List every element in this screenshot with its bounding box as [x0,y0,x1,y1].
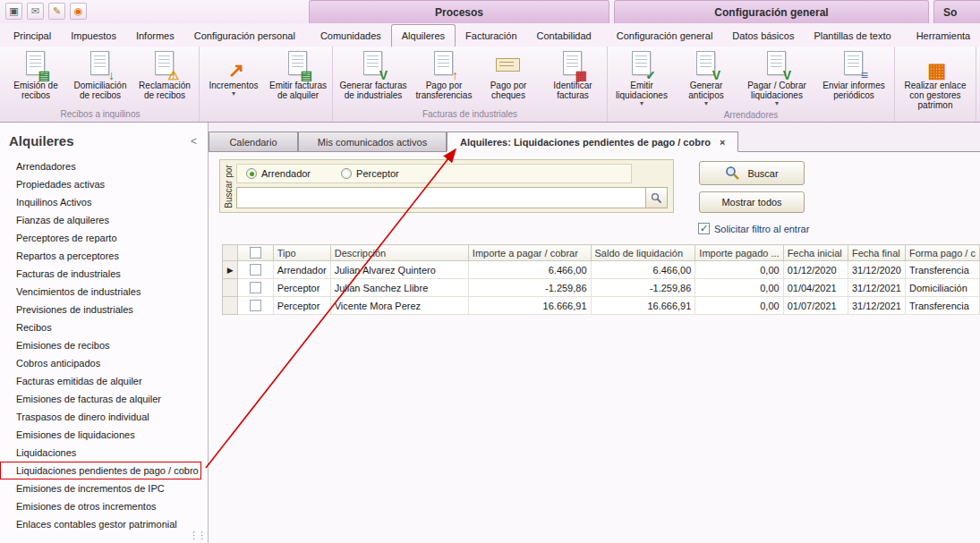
ribbon-button-incrementos[interactable]: ↗ Incrementos ▾ [201,48,266,108]
sidebar-item-traspasos-dinero-individual[interactable]: Traspasos de dinero individual [0,408,208,426]
ribbon-tab-configuracion-personal[interactable]: Configuración personal [184,25,305,47]
ribbon-button-realizar-enlace-gestores[interactable]: ▦ Realizar enlace con gestores patrimon [897,48,974,112]
ribbon-tab-herramientas[interactable]: Herramienta [907,25,980,47]
sidebar-item-recibos[interactable]: Recibos [0,318,208,336]
sidebar-item-fianzas-alquileres[interactable]: Fianzas de alquileres [0,211,208,229]
sidebar-item-emisiones-incrementos-ipc[interactable]: Emisiones de incrementos de IPC [0,479,208,497]
row-selector-arrow-icon: ▶ [223,261,238,279]
ribbon-button-enviar-informes-periodicos[interactable]: ≡ Enviar informes periódicos [815,48,892,109]
ribbon-tabstrip: Principal Impuestos Informes Configuraci… [0,23,980,47]
document-tabbar: Calendario Mis comunicados activos Alqui… [209,132,980,152]
sidebar-item-emisiones-recibos[interactable]: Emisiones de recibos [0,336,208,354]
column-header-saldo[interactable]: Saldo de liquidación [591,245,695,261]
column-header-fecha-final[interactable]: Fecha final [848,245,905,261]
ribbon-button-reclamacion-recibos[interactable]: ⚠ Reclamación de recibos [132,48,197,108]
sidebar-item-vencimientos-industriales[interactable]: Vencimientos de industriales [0,283,208,301]
column-header-forma-pago[interactable]: Forma pago / c [905,245,979,261]
sidebar-collapse-button[interactable]: < [191,135,197,148]
column-header-descripcion[interactable]: Descripción [330,245,468,261]
feed-icon[interactable]: ◉ [70,3,87,20]
ribbon-tab-informes[interactable]: Informes [126,25,184,47]
sidebar-item-repartos-perceptores[interactable]: Repartos a perceptores [0,247,208,265]
row-checkbox[interactable] [238,261,273,279]
ribbon-tab-datos-basicos[interactable]: Datos básicos [722,25,804,47]
ribbon-button-emitir-liquidaciones[interactable]: ✓ Emitir liquidaciones ▾ [609,48,674,109]
ribbon-button-label: Identificar facturas [541,81,604,100]
sidebar-resize-handle[interactable]: ⋮⋮ [189,530,205,541]
sidebar-item-emisiones-liquidaciones[interactable]: Emisiones de liquidaciones [0,426,208,444]
column-header-tipo[interactable]: Tipo [273,245,330,261]
sidebar-item-propiedades-activas[interactable]: Propiedades activas [0,175,208,193]
search-lookup-button[interactable] [646,187,668,208]
search-icon [651,192,662,204]
generar-anticipos-icon: V [691,50,721,79]
cell-fecha-final: 31/12/2021 [848,297,905,315]
sidebar-item-arrendadores[interactable]: Arrendadores [0,157,208,175]
search-by-label: Buscar por [224,165,234,208]
sidebar-item-previsiones-industriales[interactable]: Previsiones de industriales [0,301,208,318]
ribbon-tab-facturacion[interactable]: Facturación [456,25,526,47]
sidebar-item-liquidaciones[interactable]: Liquidaciones [0,444,208,462]
ribbon-button-label: Emitir facturas de alquiler [267,81,329,100]
reclamacion-recibos-icon: ⚠ [149,50,180,79]
sidebar-item-liquidaciones-pendientes[interactable]: Liquidaciones pendientes de pago / cobro [0,462,201,479]
ribbon-tab-configuracion-general[interactable]: Configuración general [607,25,723,47]
radio-icon [246,168,257,179]
ribbon-tab-contabilidad[interactable]: Contabilidad [527,25,601,47]
row-checkbox[interactable] [238,297,273,315]
ribbon-button-emitir-facturas-alquiler[interactable]: ▤ Emitir facturas de alquiler [266,48,330,108]
edit-note-icon[interactable]: ✎ [48,3,65,20]
context-group-procesos: Procesos [309,0,609,23]
ribbon-group-enlace: ▦ Realizar enlace con gestores patrimon [895,47,976,122]
ribbon-button-generar-facturas-industriales[interactable]: V Generar facturas de industriales [335,48,412,108]
sidebar-item-facturas-emitidas-alquiler[interactable]: Facturas emitidas de alquiler [0,372,208,390]
tab-liquidaciones-pendientes[interactable]: Alquileres: Liquidaciones pendientes de … [447,132,738,152]
ribbon-button-pago-cheques[interactable]: Pago por cheques [476,48,541,108]
radio-arrendador[interactable]: Arrendador [246,168,311,179]
sidebar-item-emisiones-otros-incrementos[interactable]: Emisiones de otros incrementos [0,497,208,515]
pago-cheques-icon [493,50,524,79]
row-checkbox[interactable] [238,279,273,297]
column-header-pagado[interactable]: Importe pagado ... [695,245,783,261]
cell-fecha-final: 31/12/2021 [848,279,905,297]
tab-calendario[interactable]: Calendario [209,132,298,151]
radio-perceptor[interactable]: Perceptor [341,168,399,179]
ribbon-button-emision-recibos[interactable]: ▤ Emisión de recibos [4,48,68,108]
table-row[interactable]: ▶ Arrendador Julian Alvarez Quintero 6.4… [223,261,980,279]
ribbon-tab-alquileres[interactable]: Alquileres [391,24,456,47]
sidebar-item-inquilinos-activos[interactable]: Inquilinos Activos [0,193,208,211]
ribbon-tab-comunidades[interactable]: Comunidades [311,25,391,47]
ribbon-tab-impuestos[interactable]: Impuestos [61,25,126,47]
ribbon-button-pagar-cobrar-liquidaciones[interactable]: V Pagar / Cobrar liquidaciones ▾ [738,48,815,109]
search-input[interactable] [236,187,646,208]
ribbon-button-domiciliacion-recibos[interactable]: ↓ Domiciliación de recibos [68,48,132,108]
screenshot-icon[interactable]: ▣ [5,3,22,20]
sidebar-item-enlaces-contables[interactable]: Enlaces contables gestor patrimonial [0,515,208,533]
ribbon-tab-principal[interactable]: Principal [4,25,61,47]
cell-descripcion: Julian Sanchez Llibre [330,279,468,297]
select-all-checkbox[interactable] [238,245,273,261]
workspace: Buscar por Arrendador Perceptor [209,152,980,543]
checkbox-checked-icon[interactable]: ✓ [698,223,710,234]
sidebar-item-emisiones-facturas-alquiler[interactable]: Emisiones de facturas de alquiler [0,390,208,408]
column-header-fecha-inicial[interactable]: Fecha inicial [783,245,848,261]
table-row[interactable]: Perceptor Vicente Mora Perez 16.666,91 1… [223,297,980,315]
ribbon-button-pago-transferencias[interactable]: ↑ Pago por transferencias [412,48,476,108]
ribbon-button-label: Pago por transferencias [413,81,475,100]
ribbon-button-identificar-facturas[interactable]: ▦ Identificar facturas [541,48,605,108]
sidebar-item-cobros-anticipados[interactable]: Cobros anticipados [0,354,208,372]
ribbon-button-generar-anticipos[interactable]: V Generar anticipos ▾ [674,48,738,109]
domiciliacion-recibos-icon: ↓ [85,50,115,79]
mostrar-todos-button[interactable]: Mostrar todos [699,191,805,213]
buscar-button[interactable]: Buscar [699,161,805,185]
mail-icon[interactable]: ✉ [27,3,44,20]
tab-mis-comunicados-activos[interactable]: Mis comunicados activos [298,132,447,151]
sidebar-item-facturas-industriales[interactable]: Facturas de industriales [0,265,208,283]
close-icon[interactable]: × [711,137,725,148]
ribbon-group-label: Recibos a inquilinos [4,108,197,122]
sidebar-item-perceptores-reparto[interactable]: Perceptores de reparto [0,229,208,247]
column-header-importe[interactable]: Importe a pagar / cobrar [468,245,591,261]
table-row[interactable]: Perceptor Julian Sanchez Llibre -1.259,8… [223,279,980,297]
filter-checkbox-row[interactable]: ✓ Solicitar filtro al entrar [698,223,809,234]
ribbon-tab-plantillas-de-texto[interactable]: Plantillas de texto [804,25,900,47]
